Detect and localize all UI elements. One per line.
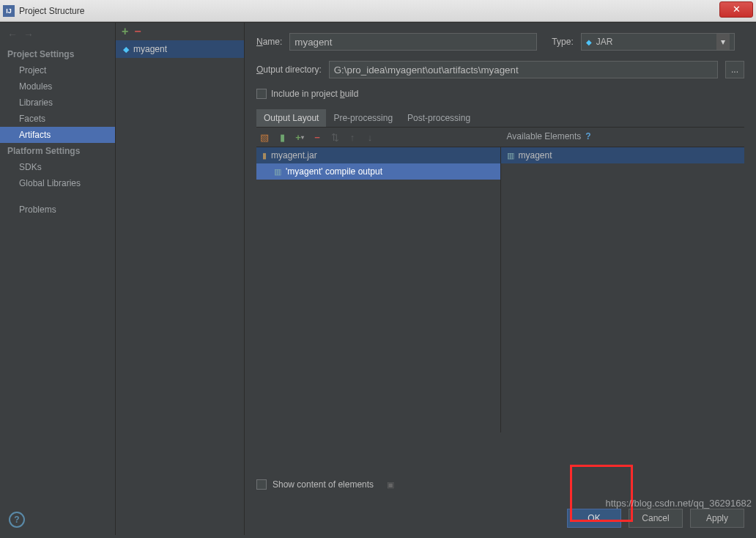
- title-bar: IJ Project Structure ✕: [0, 0, 756, 22]
- artifacts-list-panel: + − ◆ myagent: [116, 23, 245, 535]
- sidebar-item-modules[interactable]: Modules: [0, 78, 115, 95]
- close-button[interactable]: ✕: [719, 1, 753, 18]
- output-dir-input[interactable]: [329, 61, 718, 78]
- add-artifact-icon[interactable]: +: [122, 25, 128, 38]
- name-label: Name:: [256, 37, 282, 47]
- tab-output-layout[interactable]: Output Layout: [256, 109, 326, 127]
- help-button[interactable]: ?: [9, 512, 25, 528]
- folder-icon: ▥: [274, 167, 281, 177]
- window-title: Project Structure: [19, 6, 719, 16]
- move-up-icon[interactable]: ↑: [346, 130, 359, 144]
- add-element-icon[interactable]: +▾: [293, 130, 306, 144]
- show-content-row: Show content of elements ▣: [256, 479, 744, 490]
- sidebar-item-artifacts[interactable]: Artifacts: [0, 127, 115, 143]
- layout-tabs: Output Layout Pre-processing Post-proces…: [256, 109, 744, 128]
- sort-icon[interactable]: ⇅: [328, 130, 341, 144]
- tree-root-label: myagent.jar: [271, 150, 317, 161]
- artifact-list-item[interactable]: ◆ myagent: [116, 40, 244, 58]
- include-build-row: Include in project build: [256, 89, 744, 99]
- move-down-icon[interactable]: ↓: [363, 130, 377, 144]
- output-dir-label: Output directory:: [256, 65, 322, 75]
- show-content-toggle-icon[interactable]: ▣: [387, 480, 394, 490]
- remove-artifact-icon[interactable]: −: [134, 25, 141, 38]
- remove-element-icon[interactable]: −: [311, 130, 324, 144]
- new-archive-icon[interactable]: ▮: [275, 130, 289, 144]
- sidebar-item-sdks[interactable]: SDKs: [0, 159, 115, 175]
- browse-button[interactable]: ...: [725, 61, 744, 78]
- include-build-checkbox[interactable]: [256, 89, 267, 99]
- type-value: JAR: [596, 37, 613, 47]
- show-content-checkbox[interactable]: [256, 479, 267, 490]
- available-elements-tree[interactable]: ▥ myagent: [501, 147, 745, 163]
- sidebar-section-platform: Platform Settings: [0, 143, 115, 159]
- available-module-label: myagent: [519, 150, 552, 161]
- available-module[interactable]: ▥ myagent: [501, 147, 745, 163]
- include-build-label: Include in project build: [271, 89, 358, 99]
- type-select[interactable]: ◆ JAR ▾: [581, 33, 735, 51]
- main-content: ← → Project Settings Project Modules Lib…: [0, 22, 756, 535]
- module-icon: ▥: [507, 151, 514, 161]
- tree-root-jar[interactable]: ▮ myagent.jar: [256, 147, 500, 163]
- sidebar-item-project[interactable]: Project: [0, 62, 115, 78]
- tree-child-label: 'myagent' compile output: [286, 166, 382, 177]
- show-content-label: Show content of elements: [273, 479, 374, 490]
- jar-icon: ◆: [586, 38, 592, 46]
- help-available-icon[interactable]: ?: [585, 131, 590, 141]
- cancel-button[interactable]: Cancel: [629, 509, 683, 528]
- forward-icon[interactable]: →: [23, 29, 34, 40]
- nav-arrows: ← →: [0, 27, 115, 46]
- archive-icon: ▮: [262, 151, 267, 161]
- dialog-buttons: OK Cancel Apply: [567, 509, 744, 528]
- new-folder-icon[interactable]: ▧: [258, 130, 271, 144]
- apply-button[interactable]: Apply: [690, 509, 744, 528]
- artifact-form: Name: Type: ◆ JAR ▾ Output directory: ..…: [245, 23, 756, 535]
- sidebar-item-problems[interactable]: Problems: [0, 202, 115, 218]
- sidebar-item-libraries[interactable]: Libraries: [0, 95, 115, 111]
- sidebar-item-facets[interactable]: Facets: [0, 111, 115, 127]
- tree-compile-output[interactable]: ▥ 'myagent' compile output: [256, 163, 500, 180]
- name-input[interactable]: [289, 33, 537, 51]
- sidebar-item-global-libraries[interactable]: Global Libraries: [0, 175, 115, 191]
- artifact-item-label: myagent: [133, 44, 167, 54]
- artifacts-toolbar: + −: [116, 23, 244, 40]
- sidebar-section-project: Project Settings: [0, 46, 115, 62]
- layout-columns: ▮ myagent.jar ▥ 'myagent' compile output…: [256, 147, 744, 432]
- available-elements-header: Available Elements ?: [501, 131, 597, 141]
- ok-button[interactable]: OK: [567, 509, 621, 528]
- back-icon[interactable]: ←: [7, 29, 18, 40]
- sidebar: ← → Project Settings Project Modules Lib…: [0, 23, 116, 535]
- tab-post-processing[interactable]: Post-processing: [400, 109, 478, 127]
- type-label: Type:: [552, 37, 573, 47]
- app-icon: IJ: [3, 5, 15, 17]
- tab-pre-processing[interactable]: Pre-processing: [326, 109, 400, 127]
- artifact-icon: ◆: [123, 45, 129, 54]
- dropdown-arrow-icon: ▾: [716, 34, 730, 50]
- output-layout-tree[interactable]: ▮ myagent.jar ▥ 'myagent' compile output: [256, 147, 501, 432]
